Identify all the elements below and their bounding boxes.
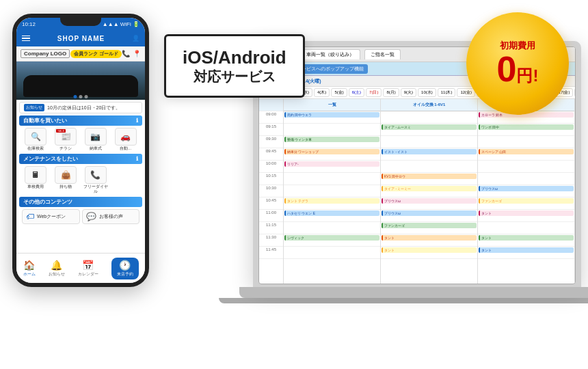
cell-list-7: タント テグラ — [284, 197, 380, 210]
event-oil2-11[interactable]: タント — [479, 247, 574, 253]
phone-gold-rank: 会員ランク ゴールド — [70, 50, 122, 58]
ls-tab-3[interactable]: ご指名一覧 — [364, 49, 401, 59]
phone: 10:12 ▲▲▲ WiFi 🔋 SHOP NAME 👤 Company LOG… — [12, 14, 149, 287]
event-oil2-6[interactable]: プリウスω — [479, 186, 574, 191]
company-logo: Company LOGO — [21, 49, 70, 58]
clock-icon: 🕐 — [119, 260, 131, 271]
bottom-nav-reservation[interactable]: 🕐 来店予約 — [111, 258, 139, 279]
center-text-line1: iOS/Android — [183, 47, 286, 68]
gold-badge-zero: 0 — [497, 51, 517, 87]
cell-oil1-2 — [381, 136, 477, 148]
phone-navbar: SHOP NAME 👤 — [16, 30, 145, 46]
inspection-icon-box: 🖩 — [25, 166, 46, 184]
hamburger-icon[interactable] — [22, 36, 30, 42]
event-list-4[interactable]: リリア- — [284, 161, 379, 167]
event-list-2[interactable]: 整備 ウィンタ車 — [284, 137, 379, 142]
grid-item-belongings[interactable]: 👜 持ち物 — [52, 166, 80, 194]
cell-oil1-6: タイア - ミーミー — [381, 185, 477, 197]
phone-bottom-nav: 🏠 ホーム 🔔 お知らせ 📅 カレンダー 🕐 来店予約 — [16, 253, 145, 283]
cell-oil2-3: スペーシア 山田 — [478, 148, 574, 161]
event-list-0[interactable]: 売約 田中ウエラ — [284, 112, 379, 118]
voice-icon: 💬 — [86, 212, 96, 221]
cell-oil2-8: タント — [478, 210, 574, 222]
cell-oil2-5 — [478, 173, 574, 185]
day-18[interactable]: 18(土) — [574, 88, 575, 97]
cell-oil1-4 — [381, 161, 477, 173]
event-oil1-11[interactable]: タント — [382, 247, 477, 253]
event-oil1-1[interactable]: タイア - ムースミ — [382, 124, 477, 130]
ls-col-oil2: オイル交換 1-6V2 カローラ 鈴木 ワンボ 田中 スペーシア 山田 プリウス… — [478, 99, 575, 284]
toll-free-icon-box: 📞 — [85, 166, 107, 184]
ls-col-list: 一覧 売約 田中ウエラ 整備 ウィンタ車 納車分 ワーショップ リリア- タント… — [284, 99, 381, 284]
cell-oil2-4 — [478, 161, 574, 173]
event-oil2-10[interactable]: タント — [479, 235, 574, 241]
cell-oil2-1: ワンボ 田中 — [478, 124, 574, 136]
event-oil2-8[interactable]: タント — [479, 210, 574, 216]
event-oil1-5[interactable]: KV1 田中ロウ — [382, 174, 477, 179]
day-7[interactable]: 7(日) — [366, 88, 382, 97]
event-oil1-9[interactable]: ファンカーゴ — [382, 223, 477, 228]
home-icon: 🏠 — [23, 260, 35, 271]
grid-item-flyer[interactable]: 📰 SALE チラシ — [52, 128, 80, 151]
grid-item-search[interactable]: 🔍 在庫検索 — [22, 128, 50, 151]
cell-oil2-10: タント — [478, 234, 574, 247]
section2-header: メンテナンスをしたい ℹ — [19, 154, 142, 164]
ls-tab-2[interactable]: 車両一覧（絞り込み） — [300, 49, 360, 59]
grid-item-inspection[interactable]: 🖩 車検費用 — [22, 166, 50, 194]
laptop-foot — [219, 298, 588, 303]
phone-notch — [60, 18, 101, 26]
section1-info-icon: ℹ — [136, 118, 138, 124]
event-oil1-8[interactable]: プリウスω — [382, 210, 477, 216]
phone-nav-user-icon[interactable]: 👤 — [132, 35, 139, 42]
section1-block: 自動車を買いたい ℹ 🔍 在庫検索 📰 SALE チラシ — [16, 115, 145, 151]
event-oil1-7[interactable]: プリウスω — [382, 198, 477, 204]
event-list-7[interactable]: タント テグラ — [284, 198, 379, 204]
bottom-nav-calendar[interactable]: 📅 カレンダー — [78, 260, 98, 277]
bell-icon: 🔔 — [51, 260, 62, 271]
event-list-3[interactable]: 納車分 ワーショップ — [284, 149, 379, 154]
phone-icon[interactable]: 📞 — [122, 50, 130, 57]
time-col-header — [259, 99, 283, 111]
bottom-nav-notice[interactable]: 🔔 お知らせ — [49, 260, 65, 277]
event-list-8[interactable]: ハタセリ ウエン E — [284, 210, 379, 216]
event-oil1-10[interactable]: タント — [382, 235, 477, 241]
event-oil2-3[interactable]: スペーシア 山田 — [479, 149, 574, 154]
customer-voice-item[interactable]: 💬 お客様の声 — [82, 209, 140, 224]
event-oil2-7[interactable]: ファンカーゴ — [479, 198, 574, 204]
grid-item-toll-free[interactable]: 📞 フリーダイヤル — [82, 166, 110, 194]
section3-block: その他のコンテンツ 🏷 Webクーポン 💬 お客様の声 — [16, 197, 145, 224]
cell-oil1-3: イスト - イスト — [381, 148, 477, 161]
time-1000: 10:00 — [259, 161, 283, 173]
cell-oil2-11: タント — [478, 247, 574, 259]
day-4[interactable]: 4(木) — [314, 88, 330, 97]
grid-item-car[interactable]: 🚗 自動... — [111, 128, 139, 151]
scene: 10:12 ▲▲▲ WiFi 🔋 SHOP NAME 👤 Company LOG… — [0, 0, 588, 369]
day-6[interactable]: 6(土) — [349, 88, 364, 97]
event-oil2-1[interactable]: ワンボ 田中 — [479, 124, 574, 130]
bottom-nav-home[interactable]: 🏠 ホーム — [23, 260, 36, 277]
cell-oil1-11: タント — [381, 247, 477, 259]
search-icon-box: 🔍 — [25, 128, 46, 146]
event-oil1-3[interactable]: イスト - イスト — [382, 149, 477, 154]
phone-signal: ▲▲▲ WiFi 🔋 — [103, 21, 139, 27]
cell-list-0: 売約 田中ウエラ — [284, 111, 380, 124]
event-oil1-6[interactable]: タイア - ミーミー — [382, 186, 477, 191]
event-list-10[interactable]: シヴィック — [284, 235, 379, 241]
day-5[interactable]: 5(金) — [331, 88, 347, 97]
time-1130: 11:30 — [259, 234, 283, 247]
day-11[interactable]: 11(木) — [438, 88, 456, 97]
ls-time-column: 09:00 09:15 09:30 09:45 10:00 10:15 10:3… — [259, 99, 284, 284]
day-12[interactable]: 12(金) — [457, 88, 475, 97]
day-10[interactable]: 10(水) — [418, 88, 436, 97]
time-1030: 10:30 — [259, 185, 283, 197]
phone-logo-bar: Company LOGO 会員ランク ゴールド 📞 📍 — [16, 46, 145, 62]
time-1045: 10:45 — [259, 197, 283, 210]
cell-list-11 — [284, 247, 380, 259]
web-coupon-item[interactable]: 🏷 Webクーポン — [22, 209, 80, 224]
phone-location-icon[interactable]: 📍 — [133, 50, 141, 57]
grid-item-delivery[interactable]: 📷 納車式 — [82, 128, 110, 151]
day-9[interactable]: 9(火) — [401, 88, 416, 97]
section3-header: その他のコンテンツ — [19, 197, 142, 207]
section1-title: 自動車を買いたい — [23, 117, 67, 124]
day-8[interactable]: 8(月) — [383, 88, 399, 97]
